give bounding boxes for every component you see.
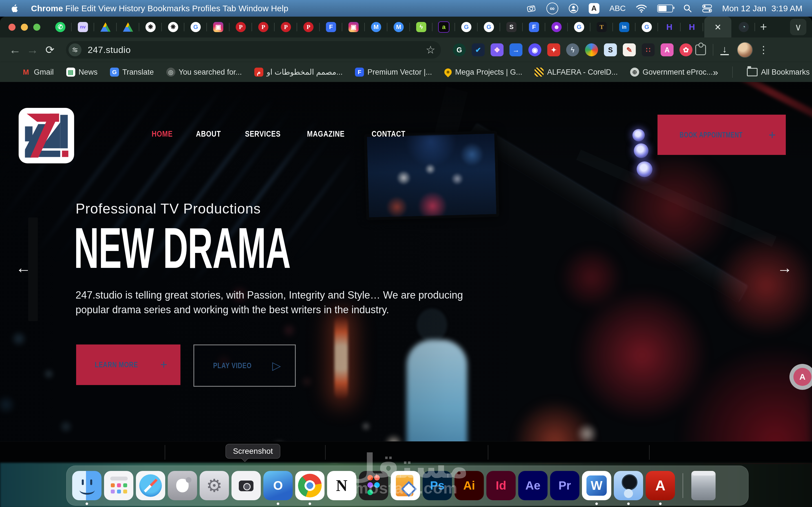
new-tab-button[interactable]: +	[755, 18, 772, 36]
control-center-icon[interactable]	[702, 4, 712, 13]
close-tab-icon[interactable]: ✕	[714, 22, 721, 32]
dock-app[interactable]	[104, 471, 133, 500]
dock-app[interactable]	[136, 471, 165, 500]
tab[interactable]: G	[185, 17, 207, 38]
dock-app[interactable]	[614, 471, 643, 500]
extension-icon[interactable]: ∷	[642, 43, 655, 56]
tab[interactable]: F	[320, 17, 342, 38]
bookmark-item[interactable]: M Gmail	[21, 68, 54, 76]
extension-icon[interactable]: ✔	[472, 43, 485, 56]
minimize-window-button[interactable]	[21, 24, 28, 31]
dock-app[interactable]: A	[646, 471, 675, 500]
tab[interactable]: ❋	[139, 17, 162, 38]
menu-item[interactable]: File	[65, 4, 79, 13]
menu-item[interactable]: Chrome	[31, 4, 63, 13]
tab[interactable]: M	[365, 17, 388, 38]
dock-app[interactable]	[295, 471, 324, 500]
tab[interactable]: P	[252, 17, 274, 38]
dock-app[interactable]: N	[327, 471, 356, 500]
tab[interactable]: M	[388, 17, 410, 38]
tab[interactable]: G	[455, 17, 477, 38]
menu-item[interactable]: History	[119, 4, 145, 13]
play-video-button[interactable]: PLAY VIDEO ▷	[193, 344, 296, 387]
menu-item[interactable]: Tab	[222, 4, 236, 13]
menu-item[interactable]: Help	[271, 4, 289, 13]
extension-icon[interactable]: →	[509, 43, 522, 56]
dock-app[interactable]	[391, 471, 420, 500]
input-source-label[interactable]: ABC	[610, 4, 626, 13]
menu-item[interactable]: Window	[239, 4, 269, 13]
extensions-puzzle-icon[interactable]	[695, 45, 706, 55]
nav-item[interactable]: ABOUT	[196, 129, 221, 138]
dock-app[interactable]	[232, 471, 261, 500]
extension-icon[interactable]: A	[661, 43, 673, 56]
dock-app[interactable]: O	[263, 471, 293, 500]
extension-icon[interactable]	[585, 43, 598, 56]
dock-app[interactable]	[359, 471, 388, 500]
dock-app[interactable]: W	[582, 471, 611, 500]
tab[interactable]: ✆	[49, 17, 71, 38]
dock-app[interactable]: Ps	[423, 471, 452, 500]
active-tab[interactable]: ✕	[704, 17, 731, 38]
spotlight-search-icon[interactable]	[683, 4, 692, 13]
tab[interactable]	[94, 17, 117, 38]
extension-icon[interactable]: G	[453, 43, 466, 56]
learn-more-button[interactable]: LEARN MORE +	[76, 344, 181, 385]
tab[interactable]: H	[680, 17, 703, 38]
extension-icon[interactable]: ✦	[547, 43, 560, 56]
menu-item[interactable]: Profiles	[192, 4, 220, 13]
back-button[interactable]: ←	[6, 41, 24, 59]
menu-item[interactable]: Edit	[81, 4, 96, 13]
user-account-icon[interactable]	[568, 3, 578, 13]
bookmark-item[interactable]: G Translate	[110, 68, 154, 76]
tab[interactable]: ϟ	[410, 17, 433, 38]
tab[interactable]: ❋	[162, 17, 185, 38]
tab[interactable]: ◔	[732, 17, 755, 38]
dock-app[interactable]	[72, 471, 101, 500]
wifi-icon[interactable]	[636, 4, 647, 13]
tab[interactable]: G	[568, 17, 591, 38]
nav-item[interactable]: CONTACT	[371, 129, 405, 138]
tab[interactable]: ☻	[545, 17, 568, 38]
nav-item[interactable]: HOME	[152, 129, 173, 138]
bookmark-item[interactable]: F Premium Vector |...	[355, 68, 432, 76]
bookmark-item[interactable]: ▤ News	[66, 68, 98, 76]
menu-item[interactable]: View	[98, 4, 116, 13]
dock-app[interactable]: Ai	[455, 471, 484, 500]
extension-icon[interactable]: ϟ	[566, 43, 579, 56]
profile-avatar[interactable]	[737, 42, 753, 58]
bookmark-item[interactable]: ⊕ Government eProc...	[630, 68, 713, 76]
extension-icon[interactable]: ◉	[528, 43, 541, 56]
site-logo-247[interactable]	[17, 107, 75, 165]
dock-app[interactable]	[689, 471, 718, 500]
nav-item[interactable]: MAGAZINE	[307, 129, 345, 138]
input-source-icon[interactable]: A	[589, 3, 599, 14]
close-window-button[interactable]	[8, 24, 15, 31]
address-bar[interactable]: 247.studio ☆	[66, 41, 441, 59]
chrome-menu-icon[interactable]: ⋮	[758, 44, 769, 56]
downloads-button[interactable]: ↓	[718, 45, 731, 55]
menu-item[interactable]: Bookmarks	[147, 4, 190, 13]
creative-cloud-icon[interactable]: ∞	[546, 3, 558, 14]
tab[interactable]: in	[613, 17, 636, 38]
tab[interactable]: G	[477, 17, 500, 38]
bookmark-star-icon[interactable]: ☆	[426, 44, 435, 56]
tab[interactable]: F	[523, 17, 545, 38]
extension-icon[interactable]: ❖	[491, 43, 504, 56]
tab[interactable]: ▣	[207, 17, 230, 38]
bookmarks-overflow-chevron[interactable]: »	[713, 67, 718, 78]
extension-icon[interactable]: S	[604, 43, 617, 56]
zoom-window-button[interactable]	[33, 24, 40, 31]
forward-button[interactable]: →	[24, 41, 41, 59]
bookmark-item[interactable]: ALFAERA - CorelD...	[535, 68, 618, 76]
slider-prev-arrow[interactable]: ←	[16, 259, 31, 276]
site-settings-icon[interactable]	[68, 43, 82, 56]
tab[interactable]: a	[433, 17, 455, 38]
tab-search-chevron[interactable]: ∨	[790, 19, 806, 35]
tab[interactable]: nv	[71, 17, 94, 38]
reload-button[interactable]: ⟳	[41, 41, 59, 59]
menubar-clock[interactable]: Mon 12 Jan3:19 AM	[722, 4, 802, 13]
extension-icon[interactable]: ✿	[679, 43, 693, 56]
tab[interactable]: P	[274, 17, 297, 38]
slider-next-arrow[interactable]: →	[777, 259, 792, 276]
